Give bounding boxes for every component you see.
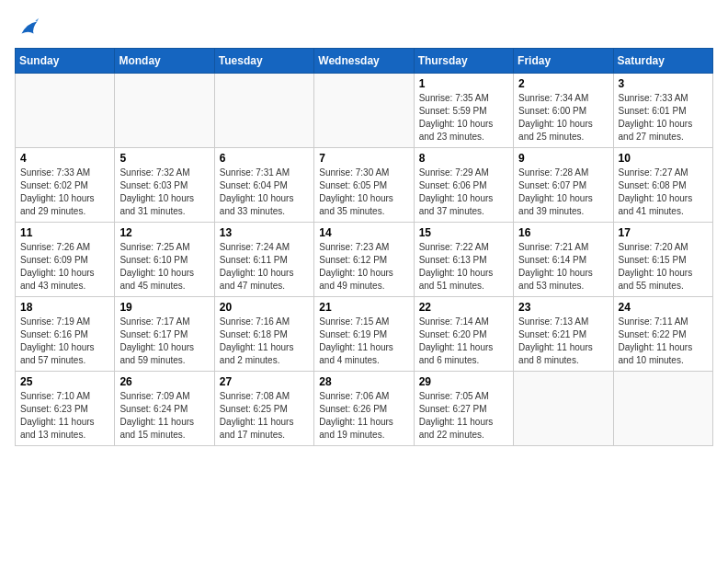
day-info: Sunrise: 7:10 AMSunset: 6:23 PMDaylight:… — [20, 390, 109, 442]
day-info: Sunrise: 7:19 AMSunset: 6:16 PMDaylight:… — [20, 316, 109, 367]
calendar-cell: 12Sunrise: 7:25 AMSunset: 6:10 PMDayligh… — [115, 223, 214, 297]
day-number: 19 — [119, 301, 209, 314]
calendar-cell: 2Sunrise: 7:34 AMSunset: 6:00 PMDaylight… — [514, 74, 613, 148]
day-info: Sunrise: 7:11 AMSunset: 6:22 PMDaylight:… — [619, 316, 708, 367]
day-number: 14 — [319, 226, 408, 239]
day-info: Sunrise: 7:33 AMSunset: 6:02 PMDaylight:… — [20, 167, 109, 218]
day-number: 18 — [20, 301, 109, 314]
calendar-cell: 27Sunrise: 7:08 AMSunset: 6:25 PMDayligh… — [214, 372, 313, 446]
calendar-cell: 9Sunrise: 7:28 AMSunset: 6:07 PMDaylight… — [514, 148, 613, 223]
calendar-cell: 18Sunrise: 7:19 AMSunset: 6:16 PMDayligh… — [16, 297, 115, 372]
weekday-header: Monday — [115, 49, 214, 74]
day-info: Sunrise: 7:27 AMSunset: 6:08 PMDaylight:… — [619, 167, 708, 218]
calendar-cell: 4Sunrise: 7:33 AMSunset: 6:02 PMDaylight… — [16, 148, 115, 223]
weekday-header: Friday — [514, 49, 613, 74]
day-number: 23 — [518, 301, 608, 314]
weekday-header: Saturday — [613, 49, 712, 74]
day-number: 28 — [319, 375, 408, 388]
calendar-cell: 20Sunrise: 7:16 AMSunset: 6:18 PMDayligh… — [214, 297, 313, 372]
day-number: 16 — [518, 226, 608, 239]
calendar-week-row: 11Sunrise: 7:26 AMSunset: 6:09 PMDayligh… — [16, 223, 713, 297]
day-info: Sunrise: 7:22 AMSunset: 6:13 PMDaylight:… — [419, 241, 508, 293]
day-number: 10 — [619, 152, 708, 165]
day-info: Sunrise: 7:25 AMSunset: 6:10 PMDaylight:… — [119, 241, 209, 293]
calendar-cell — [16, 74, 115, 148]
day-number: 13 — [220, 226, 309, 239]
calendar-week-row: 25Sunrise: 7:10 AMSunset: 6:23 PMDayligh… — [16, 372, 713, 446]
calendar-cell: 6Sunrise: 7:31 AMSunset: 6:04 PMDaylight… — [214, 148, 313, 223]
calendar-cell: 1Sunrise: 7:35 AMSunset: 5:59 PMDaylight… — [414, 74, 513, 148]
day-info: Sunrise: 7:16 AMSunset: 6:18 PMDaylight:… — [220, 316, 309, 367]
day-info: Sunrise: 7:15 AMSunset: 6:19 PMDaylight:… — [319, 316, 408, 367]
day-info: Sunrise: 7:34 AMSunset: 6:00 PMDaylight:… — [518, 92, 608, 144]
calendar-cell: 29Sunrise: 7:05 AMSunset: 6:27 PMDayligh… — [414, 372, 513, 446]
day-info: Sunrise: 7:28 AMSunset: 6:07 PMDaylight:… — [518, 167, 608, 218]
day-number: 9 — [518, 152, 608, 165]
calendar-week-row: 4Sunrise: 7:33 AMSunset: 6:02 PMDaylight… — [16, 148, 713, 223]
day-number: 27 — [220, 375, 309, 388]
calendar-cell: 28Sunrise: 7:06 AMSunset: 6:26 PMDayligh… — [314, 372, 414, 446]
calendar-cell — [514, 372, 613, 446]
calendar-cell: 3Sunrise: 7:33 AMSunset: 6:01 PMDaylight… — [613, 74, 712, 148]
header — [15, 15, 713, 40]
day-number: 15 — [419, 226, 508, 239]
weekday-header: Wednesday — [314, 49, 414, 74]
calendar-cell: 23Sunrise: 7:13 AMSunset: 6:21 PMDayligh… — [514, 297, 613, 372]
calendar-cell — [314, 74, 414, 148]
day-number: 8 — [419, 152, 508, 165]
day-info: Sunrise: 7:08 AMSunset: 6:25 PMDaylight:… — [220, 390, 309, 442]
day-info: Sunrise: 7:13 AMSunset: 6:21 PMDaylight:… — [518, 316, 608, 367]
weekday-header: Thursday — [414, 49, 513, 74]
calendar-cell: 17Sunrise: 7:20 AMSunset: 6:15 PMDayligh… — [613, 223, 712, 297]
day-info: Sunrise: 7:06 AMSunset: 6:26 PMDaylight:… — [319, 390, 408, 442]
weekday-header: Tuesday — [214, 49, 313, 74]
day-number: 2 — [518, 77, 608, 90]
calendar-cell: 7Sunrise: 7:30 AMSunset: 6:05 PMDaylight… — [314, 148, 414, 223]
day-number: 7 — [319, 152, 408, 165]
day-info: Sunrise: 7:32 AMSunset: 6:03 PMDaylight:… — [119, 167, 209, 218]
calendar-week-row: 1Sunrise: 7:35 AMSunset: 5:59 PMDaylight… — [16, 74, 713, 148]
day-number: 17 — [619, 226, 708, 239]
day-number: 20 — [220, 301, 309, 314]
calendar-cell: 21Sunrise: 7:15 AMSunset: 6:19 PMDayligh… — [314, 297, 414, 372]
day-number: 25 — [20, 375, 109, 388]
calendar-cell: 25Sunrise: 7:10 AMSunset: 6:23 PMDayligh… — [16, 372, 115, 446]
day-info: Sunrise: 7:31 AMSunset: 6:04 PMDaylight:… — [220, 167, 309, 218]
calendar-cell: 14Sunrise: 7:23 AMSunset: 6:12 PMDayligh… — [314, 223, 414, 297]
day-number: 12 — [119, 226, 209, 239]
calendar-cell: 15Sunrise: 7:22 AMSunset: 6:13 PMDayligh… — [414, 223, 513, 297]
day-number: 4 — [20, 152, 109, 165]
day-number: 26 — [119, 375, 209, 388]
day-info: Sunrise: 7:17 AMSunset: 6:17 PMDaylight:… — [119, 316, 209, 367]
calendar-cell: 10Sunrise: 7:27 AMSunset: 6:08 PMDayligh… — [613, 148, 712, 223]
calendar-cell: 8Sunrise: 7:29 AMSunset: 6:06 PMDaylight… — [414, 148, 513, 223]
calendar-cell — [214, 74, 313, 148]
weekday-header: Sunday — [16, 49, 115, 74]
calendar-cell: 24Sunrise: 7:11 AMSunset: 6:22 PMDayligh… — [613, 297, 712, 372]
day-number: 29 — [419, 375, 508, 388]
day-info: Sunrise: 7:30 AMSunset: 6:05 PMDaylight:… — [319, 167, 408, 218]
calendar-cell: 19Sunrise: 7:17 AMSunset: 6:17 PMDayligh… — [115, 297, 214, 372]
day-number: 5 — [119, 152, 209, 165]
day-info: Sunrise: 7:21 AMSunset: 6:14 PMDaylight:… — [518, 241, 608, 293]
day-info: Sunrise: 7:33 AMSunset: 6:01 PMDaylight:… — [619, 92, 708, 144]
calendar-cell: 16Sunrise: 7:21 AMSunset: 6:14 PMDayligh… — [514, 223, 613, 297]
logo-icon — [15, 15, 40, 40]
day-info: Sunrise: 7:35 AMSunset: 5:59 PMDaylight:… — [419, 92, 508, 144]
calendar-cell: 13Sunrise: 7:24 AMSunset: 6:11 PMDayligh… — [214, 223, 313, 297]
day-info: Sunrise: 7:24 AMSunset: 6:11 PMDaylight:… — [220, 241, 309, 293]
calendar-cell: 5Sunrise: 7:32 AMSunset: 6:03 PMDaylight… — [115, 148, 214, 223]
day-number: 22 — [419, 301, 508, 314]
day-info: Sunrise: 7:09 AMSunset: 6:24 PMDaylight:… — [119, 390, 209, 442]
day-number: 11 — [20, 226, 109, 239]
calendar-table: SundayMondayTuesdayWednesdayThursdayFrid… — [15, 48, 713, 446]
calendar-cell: 26Sunrise: 7:09 AMSunset: 6:24 PMDayligh… — [115, 372, 214, 446]
day-info: Sunrise: 7:20 AMSunset: 6:15 PMDaylight:… — [619, 241, 708, 293]
day-info: Sunrise: 7:23 AMSunset: 6:12 PMDaylight:… — [319, 241, 408, 293]
calendar-cell — [115, 74, 214, 148]
day-info: Sunrise: 7:05 AMSunset: 6:27 PMDaylight:… — [419, 390, 508, 442]
day-info: Sunrise: 7:26 AMSunset: 6:09 PMDaylight:… — [20, 241, 109, 293]
calendar-cell: 11Sunrise: 7:26 AMSunset: 6:09 PMDayligh… — [16, 223, 115, 297]
calendar-header-row: SundayMondayTuesdayWednesdayThursdayFrid… — [16, 49, 713, 74]
day-number: 24 — [619, 301, 708, 314]
